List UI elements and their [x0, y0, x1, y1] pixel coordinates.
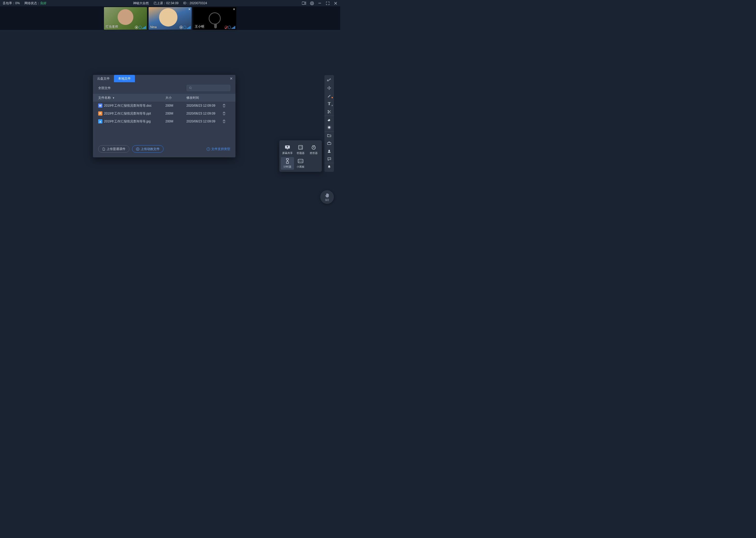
table-row[interactable]: ▲2019年工作汇报情况查询等等.jpg 200M 2020/06/23 12:…: [93, 117, 235, 125]
hand-count: 0/2: [325, 198, 329, 201]
text-tool[interactable]: T: [324, 100, 334, 108]
svg-point-9: [329, 158, 329, 159]
video-name: Nina: [150, 25, 157, 29]
col-time-header[interactable]: 修改时间: [186, 96, 222, 100]
mic-on-icon: [139, 26, 141, 29]
search-input[interactable]: [187, 85, 230, 91]
svg-text:A: A: [300, 146, 301, 147]
svg-point-6: [328, 112, 329, 113]
search-icon: [189, 86, 192, 89]
tab-local-files[interactable]: 本地文件: [114, 75, 135, 82]
svg-point-10: [329, 158, 329, 159]
fullscreen-icon[interactable]: [325, 1, 330, 5]
video-name: 王小明: [195, 25, 204, 29]
file-name-cell: W2019年工作汇报情况查询等等.doc: [98, 103, 165, 108]
svg-rect-0: [302, 2, 305, 4]
info-icon: i: [207, 147, 210, 151]
packetloss: 丢包率：0%: [3, 1, 20, 6]
file-name-cell: P2019年工作汇报情况查询等等.ppt: [98, 111, 165, 116]
file-type-icon: P: [98, 111, 102, 116]
session-id: ID：2020070324: [183, 1, 207, 6]
svg-rect-13: [287, 149, 288, 149]
dialog-close-icon[interactable]: ✕: [230, 77, 233, 81]
tile-close-icon[interactable]: ✕: [188, 8, 191, 11]
mic-on-icon: [228, 26, 231, 29]
file-size-cell: 200M: [165, 120, 186, 123]
sort-desc-icon: ▼: [112, 97, 115, 99]
file-dialog: 云盘文件 本地文件 ✕ 全部文件 文件名称▼ 大小 修改时间 W2019年工作汇…: [93, 75, 235, 157]
delete-icon[interactable]: [222, 104, 230, 107]
bell-tool[interactable]: [324, 163, 334, 171]
tab-cloud-files[interactable]: 云盘文件: [93, 75, 114, 82]
delete-icon[interactable]: [222, 120, 230, 123]
svg-point-11: [330, 158, 330, 159]
svg-point-2: [190, 87, 191, 89]
chat-tool[interactable]: [324, 155, 334, 163]
col-name-header[interactable]: 文件名称▼: [98, 96, 165, 100]
svg-point-5: [328, 110, 329, 111]
record-icon: [179, 26, 183, 29]
svg-line-3: [191, 88, 192, 89]
toolbox-tool[interactable]: [324, 139, 334, 147]
answer-item[interactable]: ABC答题器: [294, 143, 307, 156]
screen-share-item[interactable]: 屏幕共享: [281, 143, 294, 156]
file-time-cell: 2020/06/23 12:09:09: [186, 120, 222, 123]
raise-hand-button[interactable]: 0/2: [320, 190, 334, 204]
col-size-header[interactable]: 大小: [165, 96, 186, 100]
play-circle-icon: [136, 147, 139, 151]
table-row[interactable]: P2019年工作汇报情况查询等等.ppt 200M 2020/06/23 12:…: [93, 110, 235, 117]
upload-normal-button[interactable]: 上传普通课件: [98, 145, 129, 153]
file-name-cell: ▲2019年工作汇报情况查询等等.jpg: [98, 119, 165, 124]
svg-text:B: B: [301, 146, 302, 147]
right-toolbar: T: [324, 75, 334, 172]
elapsed: 已上课：02:34:09: [154, 1, 178, 6]
move-tool[interactable]: [324, 84, 334, 92]
folder-tool[interactable]: [324, 131, 334, 139]
file-time-cell: 2020/06/23 12:09:09: [186, 112, 222, 115]
upload-dynamic-button[interactable]: 上传动效文件: [132, 145, 164, 153]
color-picker-tool[interactable]: [324, 124, 334, 131]
file-time-cell: 2020/06/23 12:09:09: [186, 104, 222, 107]
video-tile[interactable]: 叮当老师: [104, 7, 147, 30]
laser-pointer-tool[interactable]: [324, 76, 334, 84]
delete-icon[interactable]: [222, 112, 230, 115]
class-title: 神秘大自然: [133, 1, 149, 6]
mic-on-icon: [183, 26, 186, 29]
camera-off-icon: [209, 12, 221, 25]
buzzer-item[interactable]: 抢答器: [307, 143, 320, 156]
settings-icon[interactable]: [310, 1, 314, 5]
network-status: 网络状态：良好: [24, 1, 46, 6]
signal-icon: [142, 26, 146, 29]
timer-item[interactable]: 计时器: [281, 157, 294, 170]
document-icon: [102, 147, 105, 151]
svg-point-8: [328, 150, 330, 151]
top-statusbar: 丢包率：0% 网络状态：良好 神秘大自然 已上课：02:34:09 ID：202…: [0, 0, 340, 6]
file-type-icon: W: [98, 103, 102, 108]
minimize-icon[interactable]: [318, 1, 322, 5]
eraser-tool[interactable]: [324, 116, 334, 124]
video-tile[interactable]: ✕ 王小明: [193, 7, 236, 30]
video-tile[interactable]: ✕ Nina: [149, 7, 192, 30]
video-strip: 叮当老师 ✕ Nina ✕ 王小明: [0, 6, 340, 30]
svg-text:2+3: 2+3: [299, 160, 302, 162]
scissors-tool[interactable]: [324, 108, 334, 116]
all-files-label: 全部文件: [98, 86, 111, 90]
svg-rect-14: [299, 145, 303, 149]
pen-tool[interactable]: [324, 92, 334, 100]
close-window-icon[interactable]: [333, 1, 338, 5]
table-header: 文件名称▼ 大小 修改时间: [93, 94, 235, 102]
file-type-icon: ▲: [98, 119, 102, 124]
supported-types-link[interactable]: i 文件支持类型: [207, 147, 230, 151]
file-size-cell: 200M: [165, 104, 186, 107]
file-size-cell: 200M: [165, 112, 186, 115]
user-tool[interactable]: [324, 147, 334, 155]
video-name: 叮当老师: [106, 25, 118, 29]
blackboard-item[interactable]: 2+3小黑板: [294, 157, 307, 170]
record-icon: [135, 26, 138, 29]
signal-icon: [187, 26, 191, 29]
hand-icon: [324, 193, 330, 198]
camera-toggle-icon[interactable]: [302, 1, 306, 5]
table-row[interactable]: W2019年工作汇报情况查询等等.doc 200M 2020/06/23 12:…: [93, 102, 235, 110]
signal-icon: [231, 26, 235, 29]
tile-close-icon[interactable]: ✕: [233, 8, 235, 11]
